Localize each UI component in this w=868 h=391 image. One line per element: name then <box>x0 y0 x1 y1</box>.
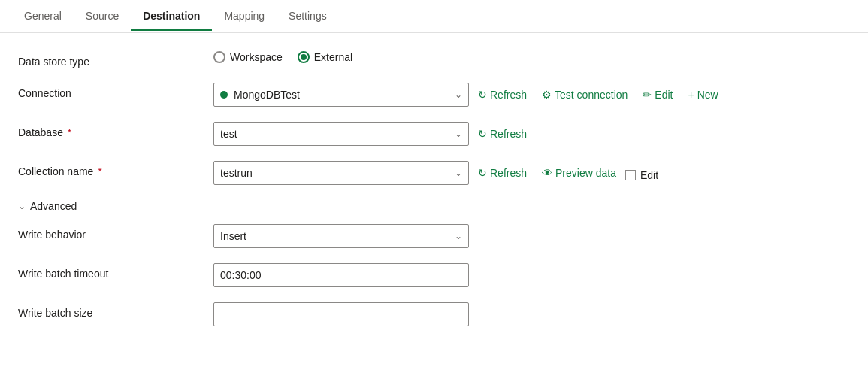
database-refresh-button[interactable]: ↻ Refresh <box>475 126 530 141</box>
tab-destination[interactable]: Destination <box>131 2 212 31</box>
database-refresh-label: Refresh <box>490 128 527 140</box>
write-behavior-row: Write behavior Insert ⌄ <box>18 224 850 248</box>
advanced-header[interactable]: ⌄ Advanced <box>18 200 850 212</box>
data-store-type-label: Data store type <box>18 51 213 68</box>
collection-required-mark: * <box>95 165 101 177</box>
database-refresh-icon: ↻ <box>478 128 487 140</box>
edit-connection-label: Edit <box>655 89 673 101</box>
preview-data-button[interactable]: 👁 Preview data <box>539 165 619 180</box>
database-required-mark: * <box>65 126 71 138</box>
test-connection-button[interactable]: ⚙ Test connection <box>539 87 631 102</box>
test-connection-label: Test connection <box>555 89 628 101</box>
radio-external-circle <box>298 51 310 63</box>
radio-group-store-type: Workspace External <box>213 51 352 63</box>
tab-settings[interactable]: Settings <box>277 2 339 31</box>
new-connection-button[interactable]: + New <box>685 87 721 102</box>
collection-name-row: Collection name * testrun ⌄ ↻ Refresh 👁 … <box>18 161 850 185</box>
radio-external[interactable]: External <box>298 51 352 63</box>
radio-workspace-circle <box>213 51 225 63</box>
advanced-section: ⌄ Advanced Write behavior Insert ⌄ Write… <box>18 200 850 326</box>
refresh-icon: ↻ <box>478 89 487 101</box>
collection-refresh-icon: ↻ <box>478 167 487 179</box>
collection-name-dropdown[interactable]: testrun ⌄ <box>213 161 469 185</box>
radio-workspace[interactable]: Workspace <box>213 51 283 63</box>
write-batch-timeout-row: Write batch timeout <box>18 263 850 287</box>
new-icon: + <box>688 89 694 101</box>
collection-name-value: testrun <box>220 167 455 179</box>
write-behavior-value: Insert <box>220 230 455 242</box>
write-behavior-chevron-icon: ⌄ <box>455 231 462 241</box>
tab-source[interactable]: Source <box>74 2 131 31</box>
collection-name-control: testrun ⌄ ↻ Refresh 👁 Preview data Edit <box>213 161 658 185</box>
advanced-label: Advanced <box>30 200 77 212</box>
write-batch-timeout-control <box>213 263 469 287</box>
database-dropdown[interactable]: test ⌄ <box>213 122 469 146</box>
connection-chevron-icon: ⌄ <box>455 89 462 100</box>
preview-data-label: Preview data <box>555 167 616 179</box>
mongo-dot-icon <box>220 91 228 99</box>
data-store-type-control: Workspace External <box>213 51 352 63</box>
tab-mapping[interactable]: Mapping <box>212 2 277 31</box>
database-actions: ↻ Refresh <box>475 126 530 141</box>
write-batch-timeout-input[interactable] <box>213 263 469 287</box>
new-connection-label: New <box>697 89 718 101</box>
connection-refresh-label: Refresh <box>490 89 527 101</box>
collection-actions: ↻ Refresh 👁 Preview data <box>475 165 619 180</box>
database-label: Database * <box>18 122 213 138</box>
connection-refresh-button[interactable]: ↻ Refresh <box>475 87 530 102</box>
database-value: test <box>220 128 455 140</box>
write-batch-size-label: Write batch size <box>18 302 213 319</box>
connection-row: Connection MongoDBTest ⌄ ↻ Refresh ⚙ Tes… <box>18 83 850 107</box>
database-chevron-icon: ⌄ <box>455 129 462 139</box>
connection-control: MongoDBTest ⌄ ↻ Refresh ⚙ Test connectio… <box>213 83 721 107</box>
connection-value: MongoDBTest <box>234 89 455 101</box>
advanced-chevron-icon: ⌄ <box>18 201 26 211</box>
write-batch-size-input[interactable] <box>213 302 469 326</box>
collection-refresh-label: Refresh <box>490 167 527 179</box>
edit-icon: ✏ <box>643 89 652 101</box>
database-row: Database * test ⌄ ↻ Refresh <box>18 122 850 146</box>
collection-chevron-icon: ⌄ <box>455 168 462 178</box>
write-behavior-control: Insert ⌄ <box>213 224 469 248</box>
radio-external-label: External <box>314 51 352 63</box>
write-behavior-label: Write behavior <box>18 224 213 241</box>
write-batch-size-row: Write batch size <box>18 302 850 326</box>
data-store-type-row: Data store type Workspace External <box>18 51 850 68</box>
edit-connection-button[interactable]: ✏ Edit <box>640 87 676 102</box>
collection-dropdown-row: testrun ⌄ ↻ Refresh 👁 Preview data <box>213 161 619 185</box>
tab-bar: General Source Destination Mapping Setti… <box>0 0 868 33</box>
test-connection-icon: ⚙ <box>542 89 552 101</box>
write-batch-timeout-label: Write batch timeout <box>18 263 213 280</box>
edit-label: Edit <box>640 169 658 181</box>
write-batch-size-control <box>213 302 469 326</box>
main-content: Data store type Workspace External Conne… <box>0 33 868 359</box>
database-control: test ⌄ ↻ Refresh <box>213 122 530 146</box>
write-behavior-dropdown[interactable]: Insert ⌄ <box>213 224 469 248</box>
collection-name-label: Collection name * <box>18 161 213 177</box>
collection-refresh-button[interactable]: ↻ Refresh <box>475 165 530 180</box>
connection-actions: ↻ Refresh ⚙ Test connection ✏ Edit + New <box>475 87 721 102</box>
edit-checkbox[interactable] <box>625 170 636 180</box>
tab-general[interactable]: General <box>12 2 74 31</box>
connection-dropdown[interactable]: MongoDBTest ⌄ <box>213 83 469 107</box>
radio-workspace-label: Workspace <box>230 51 283 63</box>
collection-edit-row: Edit <box>625 169 658 181</box>
connection-label: Connection <box>18 83 213 99</box>
preview-data-icon: 👁 <box>542 167 552 179</box>
